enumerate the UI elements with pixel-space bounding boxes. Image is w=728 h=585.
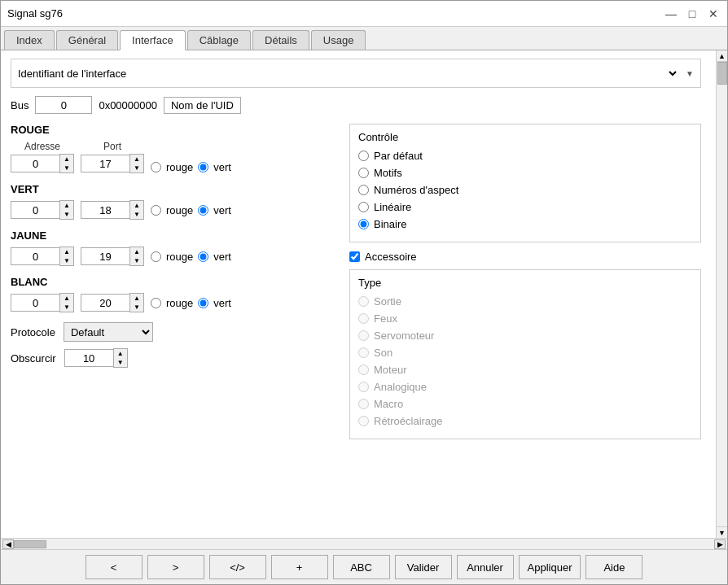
hex-label: 0x00000000 [99,99,157,111]
jaune-radio-rouge[interactable] [151,251,161,262]
type-son-radio[interactable] [358,347,369,358]
appliquer-button[interactable]: Appliquer [519,555,581,579]
tab-general[interactable]: Général [56,30,118,50]
controle-par-defaut-radio[interactable] [358,151,369,161]
type-sortie-radio[interactable] [358,296,369,307]
rouge-radio-rouge[interactable] [151,162,161,172]
type-analogique-label: Analogique [374,381,427,393]
next-button[interactable]: > [147,555,204,579]
controle-lineaire-option: Linéaire [358,201,692,213]
close-tag-button[interactable]: </> [209,555,266,579]
type-title: Type [358,277,692,289]
obscurcir-input[interactable] [64,349,113,367]
accessoire-checkbox[interactable] [349,251,360,262]
jaune-port-spinner: ▲ ▼ [81,247,144,266]
uid-label: Identifiant de l'interface [18,68,126,80]
left-column: ROUGE Adresse ▲ ▼ [11,124,336,439]
blanc-port-up-btn[interactable]: ▲ [130,294,143,303]
vert-port-down-btn[interactable]: ▼ [130,210,143,219]
type-analogique-radio[interactable] [358,382,369,392]
jaune-port-input[interactable] [81,247,129,265]
blanc-port-down-btn[interactable]: ▼ [130,303,143,312]
jaune-port-up-btn[interactable]: ▲ [130,247,143,256]
obscurcir-up-btn[interactable]: ▲ [114,349,127,358]
controle-numeros-radio[interactable] [358,185,369,195]
controle-binaire-radio[interactable] [358,219,369,229]
minimize-button[interactable]: — [664,7,678,21]
vert-addr-up-btn[interactable]: ▲ [60,201,73,210]
aide-button[interactable]: Aide [585,555,642,579]
scrollbar-down-btn[interactable]: ▼ [717,526,727,538]
tab-bar: Index Général Interface Câblage Détails … [1,27,727,50]
rouge-addr-down-btn[interactable]: ▼ [60,164,73,172]
rouge-port-up-btn[interactable]: ▲ [130,155,143,164]
abc-button[interactable]: ABC [333,555,390,579]
jaune-addr-spinner: ▲ ▼ [11,247,74,266]
scrollbar-left-btn[interactable]: ◀ [2,539,14,549]
controle-motifs-radio[interactable] [358,168,369,178]
type-son-option: Son [358,347,692,359]
type-moteur-option: Moteur [358,364,692,376]
blanc-port-input[interactable] [81,294,129,312]
scrollbar-thumb[interactable] [717,62,727,85]
rouge-addr-up-btn[interactable]: ▲ [60,155,73,164]
rouge-port-input[interactable] [81,155,129,172]
tab-interface[interactable]: Interface [120,30,186,50]
rouge-port-down-btn[interactable]: ▼ [130,164,143,172]
blanc-addr-down-btn[interactable]: ▼ [60,303,73,312]
blanc-radio-rouge[interactable] [151,298,161,308]
type-retroeclairage-label: Rétroéclairage [374,415,443,427]
vert-addr-spinner: ▲ ▼ [11,200,74,220]
jaune-addr-input[interactable] [11,247,59,265]
scrollbar-right[interactable]: ▲ ▼ [716,50,727,538]
bus-input[interactable] [35,96,92,114]
tab-details[interactable]: Détails [252,30,309,50]
close-button[interactable]: ✕ [706,7,721,21]
type-moteur-radio[interactable] [358,365,369,375]
scrollbar-h-thumb[interactable] [14,540,46,548]
protocole-select[interactable]: Default DCC Motorola Selectrix [64,322,153,342]
type-macro-radio[interactable] [358,399,369,409]
blanc-radio-vert-label: vert [213,297,231,309]
blanc-addr-spinner-btns: ▲ ▼ [59,293,74,312]
vert-port-input[interactable] [81,201,129,219]
jaune-port-down-btn[interactable]: ▼ [130,256,143,265]
jaune-section: JAUNE ▲ ▼ [11,229,336,266]
blanc-addr-input[interactable] [11,294,59,312]
blanc-addr-up-btn[interactable]: ▲ [60,294,73,303]
vert-radio-rouge[interactable] [151,205,161,216]
vert-radio-vert[interactable] [198,205,208,216]
main-columns: ROUGE Adresse ▲ ▼ [11,124,701,439]
type-servomoteur-radio[interactable] [358,330,369,341]
type-retroeclairage-radio[interactable] [358,416,369,426]
type-feux-label: Feux [374,312,397,325]
scrollbar-up-btn[interactable]: ▲ [717,50,727,62]
prev-button[interactable]: < [86,555,143,579]
add-button[interactable]: + [271,555,328,579]
scrollbar-right-btn[interactable]: ▶ [714,539,726,549]
uid-dropdown[interactable] [133,64,679,82]
annuler-button[interactable]: Annuler [457,555,514,579]
uid-row: Identifiant de l'interface ▼ [11,59,701,88]
maximize-button[interactable]: □ [685,7,699,21]
valider-button[interactable]: Valider [395,555,452,579]
rouge-radio-vert[interactable] [198,162,208,172]
tab-index[interactable]: Index [4,30,55,50]
type-section: Type Sortie Feux Servomote [349,269,701,439]
blanc-radio-vert[interactable] [198,298,208,308]
controle-lineaire-radio[interactable] [358,202,369,212]
type-feux-radio[interactable] [358,313,369,324]
jaune-addr-down-btn[interactable]: ▼ [60,256,73,265]
jaune-radio-vert[interactable] [198,251,208,262]
controle-binaire-option: Binaire [358,218,692,230]
obscurcir-down-btn[interactable]: ▼ [114,358,127,367]
tab-usage[interactable]: Usage [311,30,366,50]
vert-port-up-btn[interactable]: ▲ [130,201,143,210]
controle-motifs-option: Motifs [358,167,692,179]
tab-cablage[interactable]: Câblage [187,30,251,50]
rouge-addr-input[interactable] [11,155,59,172]
jaune-addr-up-btn[interactable]: ▲ [60,247,73,256]
vert-addr-input[interactable] [11,201,59,219]
type-servomoteur-option: Servomoteur [358,330,692,342]
vert-addr-down-btn[interactable]: ▼ [60,210,73,219]
